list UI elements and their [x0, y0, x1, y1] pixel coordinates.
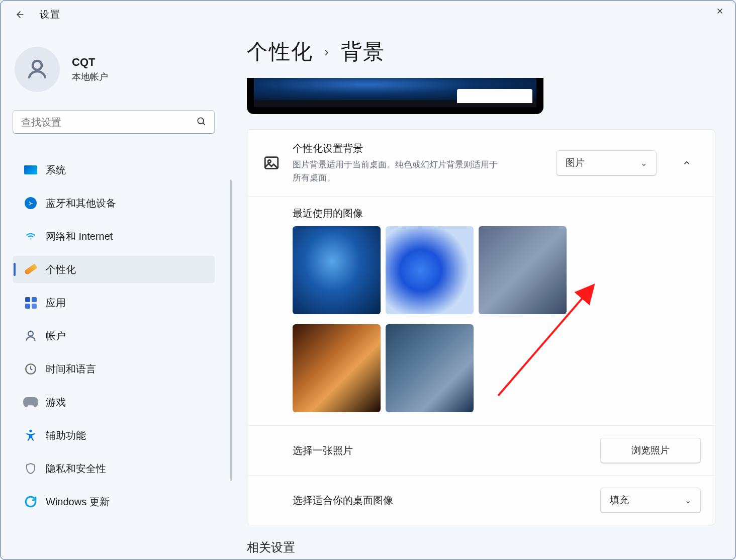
bluetooth-icon: ᚛	[21, 197, 41, 209]
desktop-preview	[247, 78, 543, 114]
gamepad-icon	[21, 397, 41, 408]
svg-point-1	[198, 118, 204, 124]
nav-label: 个性化	[46, 263, 76, 276]
recent-thumb-2[interactable]	[386, 226, 474, 314]
breadcrumb: 个性化 › 背景	[247, 38, 715, 66]
breadcrumb-current: 背景	[341, 38, 385, 66]
chevron-right-icon: ›	[324, 44, 330, 60]
fit-row: 选择适合你的桌面图像 填充 ⌄	[247, 475, 715, 525]
chevron-down-icon: ⌄	[640, 158, 647, 168]
svg-point-0	[33, 61, 42, 70]
window-title: 设置	[40, 8, 61, 21]
nav-label: Windows 更新	[46, 495, 110, 509]
background-type-dropdown[interactable]: 图片 ⌄	[556, 150, 657, 175]
search-input[interactable]	[21, 117, 196, 128]
back-button[interactable]	[11, 5, 30, 24]
nav-label: 蓝牙和其他设备	[46, 197, 116, 210]
recent-images-block: 最近使用的图像	[247, 196, 715, 425]
shield-icon	[21, 462, 41, 475]
choose-photo-label: 选择一张照片	[293, 444, 589, 457]
collapse-button[interactable]	[673, 149, 701, 177]
nav-label: 应用	[46, 296, 66, 310]
brush-icon	[21, 267, 41, 272]
account-icon	[21, 329, 41, 342]
preview-screen	[254, 78, 536, 100]
search-icon	[196, 116, 206, 129]
nav-label: 帐户	[46, 329, 66, 343]
nav-label: 网络和 Internet	[46, 230, 113, 243]
nav-windows-update[interactable]: Windows 更新	[13, 488, 215, 515]
avatar	[15, 47, 60, 92]
fit-label: 选择适合你的桌面图像	[293, 494, 589, 507]
search-box[interactable]	[13, 110, 215, 134]
system-icon	[21, 165, 41, 174]
recent-thumb-4[interactable]	[293, 324, 381, 412]
nav-label: 辅助功能	[46, 429, 86, 442]
nav-personalization[interactable]: 个性化	[13, 256, 215, 283]
personalize-subtitle: 图片背景适用于当前桌面。纯色或幻灯片背景则适用于所有桌面。	[293, 158, 504, 184]
fit-dropdown[interactable]: 填充 ⌄	[600, 488, 701, 513]
update-icon	[21, 495, 41, 508]
recent-thumbs	[293, 226, 701, 412]
clock-icon	[21, 362, 41, 376]
apps-icon	[21, 297, 41, 309]
svg-point-6	[268, 160, 271, 163]
nav-accounts[interactable]: 帐户	[13, 322, 215, 349]
nav-label: 游戏	[46, 396, 66, 409]
breadcrumb-parent[interactable]: 个性化	[247, 38, 313, 66]
nav: 系统 ᚛ 蓝牙和其他设备 网络和 Internet 个性化 应用	[13, 156, 232, 515]
nav-apps[interactable]: 应用	[13, 289, 215, 316]
chevron-down-icon: ⌄	[685, 496, 691, 505]
account-block[interactable]: CQT 本地帐户	[15, 47, 232, 92]
nav-label: 时间和语言	[46, 362, 96, 376]
personalize-row[interactable]: 个性化设置背景 图片背景适用于当前桌面。纯色或幻灯片背景则适用于所有桌面。 图片…	[247, 130, 715, 196]
personalize-title: 个性化设置背景	[293, 142, 545, 155]
recent-thumb-1[interactable]	[293, 226, 381, 314]
accessibility-icon	[21, 429, 41, 442]
nav-privacy[interactable]: 隐私和安全性	[13, 455, 215, 482]
recent-thumb-3[interactable]	[479, 226, 567, 314]
nav-label: 系统	[46, 163, 66, 177]
browse-photo-button[interactable]: 浏览照片	[600, 438, 701, 463]
background-card: 个性化设置背景 图片背景适用于当前桌面。纯色或幻灯片背景则适用于所有桌面。 图片…	[247, 129, 715, 525]
account-name: CQT	[72, 56, 108, 69]
preview-window	[457, 89, 532, 103]
titlebar: 设置	[1, 1, 735, 29]
close-button[interactable]	[715, 6, 724, 19]
nav-time-language[interactable]: 时间和语言	[13, 355, 215, 383]
nav-network[interactable]: 网络和 Internet	[13, 223, 215, 250]
wifi-icon	[21, 231, 41, 241]
nav-gaming[interactable]: 游戏	[13, 389, 215, 416]
picture-icon	[261, 153, 282, 173]
recent-thumb-5[interactable]	[386, 324, 474, 412]
dropdown-value: 图片	[566, 156, 585, 169]
choose-photo-row: 选择一张照片 浏览照片	[247, 425, 715, 475]
nav-bluetooth[interactable]: ᚛ 蓝牙和其他设备	[13, 190, 215, 217]
svg-point-2	[28, 331, 33, 336]
nav-system[interactable]: 系统	[13, 156, 215, 183]
main-content: 个性化 › 背景 个性化设置背景 图片背景适用于当前桌面。纯色或幻灯片背景则适用…	[232, 29, 735, 559]
nav-label: 隐私和安全性	[46, 462, 106, 476]
account-type: 本地帐户	[72, 71, 108, 83]
sidebar: CQT 本地帐户 系统 ᚛ 蓝牙和其他设备 网络和 In	[1, 29, 232, 559]
related-heading: 相关设置	[247, 539, 715, 555]
nav-accessibility[interactable]: 辅助功能	[13, 422, 215, 449]
dropdown-value: 填充	[610, 494, 629, 507]
recent-title: 最近使用的图像	[293, 207, 701, 220]
svg-point-4	[29, 430, 32, 432]
layout: CQT 本地帐户 系统 ᚛ 蓝牙和其他设备 网络和 In	[1, 29, 735, 559]
